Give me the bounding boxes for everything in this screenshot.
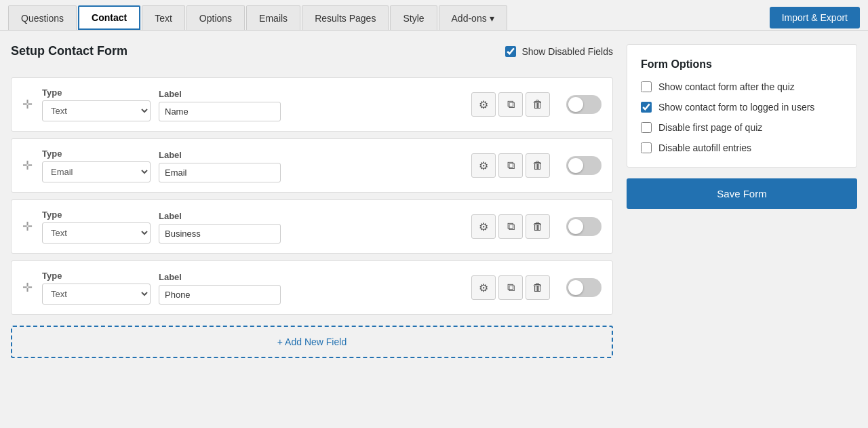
tab-results-pages[interactable]: Results Pages — [302, 5, 389, 30]
field-actions: ⚙ ⧉ 🗑 — [471, 214, 550, 239]
option-checkbox-3[interactable] — [641, 122, 652, 133]
field-toggle[interactable] — [566, 95, 601, 114]
option-label-3: Disable first page of quiz — [658, 122, 762, 133]
type-label: Type — [42, 210, 151, 220]
field-group-label: Label — [159, 272, 281, 305]
field-actions: ⚙ ⧉ 🗑 — [471, 153, 550, 178]
main-content: Setup Contact Form Show Disabled Fields … — [0, 31, 868, 372]
delete-button[interactable]: 🗑 — [526, 275, 550, 300]
tab-emails[interactable]: Emails — [246, 5, 300, 30]
left-panel: Setup Contact Form Show Disabled Fields … — [11, 44, 613, 358]
settings-button[interactable]: ⚙ — [471, 214, 496, 239]
tab-contact[interactable]: Contact — [78, 5, 140, 30]
settings-button[interactable]: ⚙ — [471, 92, 496, 117]
show-disabled-label: Show Disabled Fields — [521, 46, 613, 57]
tab-text[interactable]: Text — [142, 5, 185, 30]
field-group-type: Type Email Text Number Phone — [42, 149, 151, 182]
option-row: Disable autofill entries — [641, 142, 843, 153]
tab-questions[interactable]: Questions — [8, 5, 77, 30]
option-label-4: Disable autofill entries — [658, 142, 751, 153]
copy-button[interactable]: ⧉ — [498, 153, 523, 178]
delete-button[interactable]: 🗑 — [526, 153, 550, 178]
field-inputs: Type Text Email Number Phone Label — [42, 210, 462, 244]
label-label: Label — [159, 211, 281, 221]
copy-button[interactable]: ⧉ — [498, 275, 523, 300]
save-form-button[interactable]: Save Form — [627, 178, 857, 209]
option-label-1: Show contact form after the quiz — [658, 81, 795, 92]
field-inputs: Type Text Email Number Phone Label — [42, 87, 462, 121]
option-checkbox-1[interactable] — [641, 81, 652, 92]
option-row: Show contact form after the quiz — [641, 81, 843, 92]
copy-icon: ⧉ — [507, 220, 515, 233]
tab-add-ons[interactable]: Add-ons ▾ — [439, 5, 507, 30]
trash-icon: 🗑 — [532, 281, 543, 294]
label-label: Label — [159, 272, 281, 282]
copy-button[interactable]: ⧉ — [498, 214, 523, 239]
gear-icon: ⚙ — [479, 98, 488, 111]
field-inputs: Type Email Text Number Phone Label — [42, 149, 462, 182]
trash-icon: 🗑 — [532, 220, 543, 233]
drag-handle-icon[interactable]: ✛ — [22, 219, 33, 234]
drag-handle-icon[interactable]: ✛ — [22, 280, 33, 295]
copy-icon: ⧉ — [507, 98, 515, 111]
form-options-box: Form Options Show contact form after the… — [627, 44, 857, 168]
page-title: Setup Contact Form — [11, 44, 127, 58]
settings-button[interactable]: ⚙ — [471, 275, 496, 300]
import-export-button[interactable]: Import & Export — [770, 7, 860, 28]
type-select[interactable]: Email Text Number Phone — [42, 161, 151, 182]
gear-icon: ⚙ — [479, 281, 488, 294]
type-select[interactable]: Text Email Number Phone — [42, 222, 151, 244]
copy-button[interactable]: ⧉ — [498, 92, 523, 117]
delete-button[interactable]: 🗑 — [526, 214, 550, 239]
tab-options[interactable]: Options — [186, 5, 245, 30]
option-checkbox-2[interactable] — [641, 102, 652, 113]
drag-handle-icon[interactable]: ✛ — [22, 97, 33, 112]
delete-button[interactable]: 🗑 — [526, 92, 550, 117]
type-select[interactable]: Text Email Number Phone — [42, 284, 151, 305]
add-field-button[interactable]: + Add New Field — [11, 326, 613, 358]
drag-handle-icon[interactable]: ✛ — [22, 158, 33, 173]
toggle-slider — [566, 217, 601, 236]
gear-icon: ⚙ — [479, 220, 488, 233]
field-group-label: Label — [159, 150, 281, 182]
nav-tabs: Questions Contact Text Options Emails Re… — [8, 5, 507, 30]
toggle-slider — [566, 278, 601, 297]
label-label: Label — [159, 89, 281, 99]
field-row: ✛ Type Text Email Number Phone Label — [11, 260, 613, 315]
trash-icon: 🗑 — [532, 159, 543, 172]
label-input[interactable] — [159, 224, 281, 244]
toggle-slider — [566, 156, 601, 175]
chevron-down-icon: ▾ — [490, 13, 494, 24]
show-disabled-row: Show Disabled Fields — [505, 46, 613, 57]
label-input[interactable] — [159, 102, 281, 121]
option-label-2: Show contact form to logged in users — [658, 102, 814, 113]
copy-icon: ⧉ — [507, 281, 515, 294]
field-row: ✛ Type Email Text Number Phone Label — [11, 138, 613, 193]
field-toggle[interactable] — [566, 278, 601, 297]
settings-button[interactable]: ⚙ — [471, 153, 496, 178]
option-row: Show contact form to logged in users — [641, 102, 843, 113]
field-inputs: Type Text Email Number Phone Label — [42, 271, 462, 305]
field-group-type: Type Text Email Number Phone — [42, 271, 151, 305]
type-label: Type — [42, 271, 151, 281]
type-label: Type — [42, 87, 151, 98]
gear-icon: ⚙ — [479, 159, 488, 172]
top-nav: Questions Contact Text Options Emails Re… — [0, 0, 868, 31]
show-disabled-checkbox[interactable] — [505, 46, 516, 57]
field-row: ✛ Type Text Email Number Phone Label — [11, 199, 613, 254]
field-actions: ⚙ ⧉ 🗑 — [471, 275, 550, 300]
field-group-label: Label — [159, 211, 281, 244]
label-input[interactable] — [159, 285, 281, 305]
type-select[interactable]: Text Email Number Phone — [42, 100, 151, 121]
tab-style[interactable]: Style — [390, 5, 437, 30]
option-checkbox-4[interactable] — [641, 142, 652, 153]
label-input[interactable] — [159, 163, 281, 182]
header-row: Setup Contact Form Show Disabled Fields — [11, 44, 613, 68]
toggle-slider — [566, 95, 601, 114]
copy-icon: ⧉ — [507, 159, 515, 172]
field-row: ✛ Type Text Email Number Phone Label — [11, 77, 613, 132]
field-actions: ⚙ ⧉ 🗑 — [471, 92, 550, 117]
type-label: Type — [42, 149, 151, 159]
field-toggle[interactable] — [566, 217, 601, 236]
field-toggle[interactable] — [566, 156, 601, 175]
